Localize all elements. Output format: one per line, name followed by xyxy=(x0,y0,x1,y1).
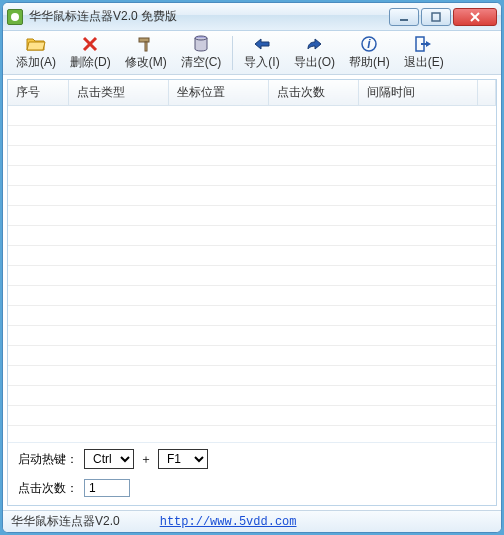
status-version: 华华鼠标连点器V2.0 xyxy=(11,513,120,530)
svg-rect-7 xyxy=(145,42,147,51)
minimize-button[interactable] xyxy=(389,8,419,26)
col-pos[interactable]: 坐标位置 xyxy=(168,80,268,106)
trash-icon xyxy=(191,35,211,53)
status-link[interactable]: http://www.5vdd.com xyxy=(160,515,297,529)
table-row[interactable] xyxy=(8,406,496,426)
table-row[interactable] xyxy=(8,366,496,386)
import-button[interactable]: 导入(I) xyxy=(237,32,286,74)
table-row[interactable] xyxy=(8,126,496,146)
content-area: 序号 点击类型 坐标位置 点击次数 间隔时间 启动热键： Ctrl ＋ F1 点… xyxy=(7,79,497,506)
main-window: 华华鼠标连点器V2.0 免费版 添加(A) 删除(D) 修改(M) 清空(C) … xyxy=(2,2,502,533)
col-seq[interactable]: 序号 xyxy=(8,80,68,106)
table-row[interactable] xyxy=(8,106,496,126)
toolbar: 添加(A) 删除(D) 修改(M) 清空(C) 导入(I) 导出(O) i 帮助… xyxy=(3,31,501,75)
plus-sign: ＋ xyxy=(140,451,152,468)
table-row[interactable] xyxy=(8,166,496,186)
statusbar: 华华鼠标连点器V2.0 http://www.5vdd.com xyxy=(3,510,501,532)
close-button[interactable] xyxy=(453,8,497,26)
click-count-row: 点击次数： xyxy=(8,475,496,505)
app-icon xyxy=(7,9,23,25)
table-row[interactable] xyxy=(8,206,496,226)
table-row[interactable] xyxy=(8,426,496,443)
exit-button[interactable]: 退出(E) xyxy=(397,32,451,74)
table-row[interactable] xyxy=(8,146,496,166)
table-row[interactable] xyxy=(8,326,496,346)
hotkey-modifier-select[interactable]: Ctrl xyxy=(84,449,134,469)
clear-button[interactable]: 清空(C) xyxy=(174,32,229,74)
table-row[interactable] xyxy=(8,186,496,206)
info-icon: i xyxy=(359,35,379,53)
arrow-left-icon xyxy=(252,35,272,53)
table-row[interactable] xyxy=(8,386,496,406)
svg-rect-6 xyxy=(139,38,149,42)
arrow-curve-icon xyxy=(304,35,324,53)
col-interval[interactable]: 间隔时间 xyxy=(358,80,478,106)
toolbar-separator xyxy=(232,36,233,70)
door-exit-icon xyxy=(414,35,434,53)
col-count[interactable]: 点击次数 xyxy=(268,80,358,106)
click-list-table[interactable]: 序号 点击类型 坐标位置 点击次数 间隔时间 xyxy=(8,80,496,442)
modify-button[interactable]: 修改(M) xyxy=(118,32,174,74)
hammer-icon xyxy=(136,35,156,53)
svg-rect-1 xyxy=(432,13,440,21)
x-icon xyxy=(80,35,100,53)
maximize-button[interactable] xyxy=(421,8,451,26)
add-button[interactable]: 添加(A) xyxy=(9,32,63,74)
svg-text:i: i xyxy=(368,37,372,51)
delete-button[interactable]: 删除(D) xyxy=(63,32,118,74)
export-button[interactable]: 导出(O) xyxy=(287,32,342,74)
table-row[interactable] xyxy=(8,346,496,366)
window-title: 华华鼠标连点器V2.0 免费版 xyxy=(29,8,389,25)
hotkey-row: 启动热键： Ctrl ＋ F1 xyxy=(8,442,496,475)
table-row[interactable] xyxy=(8,246,496,266)
hotkey-label: 启动热键： xyxy=(18,451,78,468)
click-count-label: 点击次数： xyxy=(18,480,78,497)
click-count-input[interactable] xyxy=(84,479,130,497)
table-row[interactable] xyxy=(8,306,496,326)
col-spacer xyxy=(478,80,496,106)
table-row[interactable] xyxy=(8,286,496,306)
hotkey-key-select[interactable]: F1 xyxy=(158,449,208,469)
titlebar[interactable]: 华华鼠标连点器V2.0 免费版 xyxy=(3,3,501,31)
table-row[interactable] xyxy=(8,266,496,286)
col-type[interactable]: 点击类型 xyxy=(68,80,168,106)
help-button[interactable]: i 帮助(H) xyxy=(342,32,397,74)
table-row[interactable] xyxy=(8,226,496,246)
folder-open-icon xyxy=(26,35,46,53)
